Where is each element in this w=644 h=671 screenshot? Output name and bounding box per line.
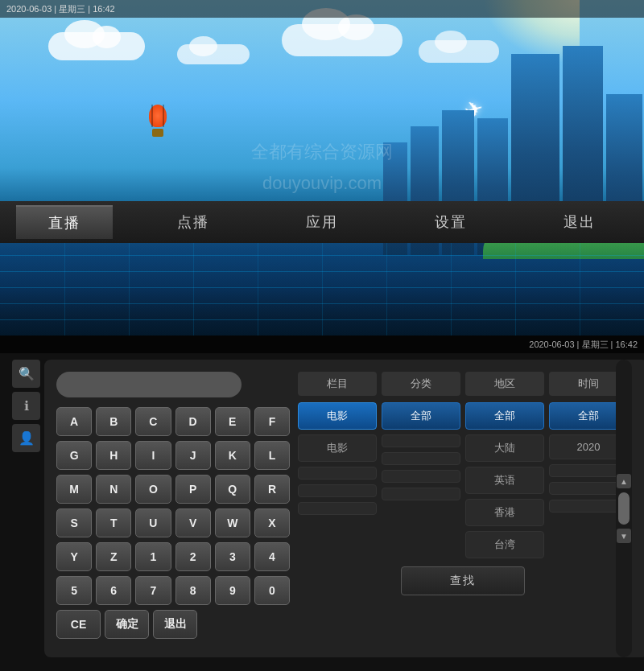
key-3[interactable]: 3 [215, 542, 250, 571]
bottom-section: 2020-06-03 | 星期三 | 16:42 🔍 ℹ 👤 A B C D E… [0, 336, 644, 671]
status-bar-top: 2020-06-03 | 星期三 | 16:42 [0, 0, 644, 18]
scroll-bar: ▲ ▼ [616, 360, 632, 657]
key-B[interactable]: B [96, 407, 131, 436]
key-V[interactable]: V [175, 508, 211, 537]
cloud-1 [48, 32, 145, 60]
filter-item-cat3[interactable] [382, 452, 460, 465]
filter-header-category: 分类 [382, 372, 460, 396]
kb-row-5: Y Z 1 2 3 4 [56, 542, 290, 571]
key-Q[interactable]: Q [215, 475, 250, 504]
search-button[interactable]: 查找 [401, 566, 525, 595]
key-P[interactable]: P [175, 475, 211, 504]
key-K[interactable]: K [215, 441, 250, 470]
key-6[interactable]: 6 [96, 576, 131, 605]
filter-item-cat4[interactable] [382, 470, 460, 483]
key-Z[interactable]: Z [96, 542, 131, 571]
scroll-up-btn[interactable]: ▲ [617, 474, 631, 488]
kb-row-2: G H I J K L [56, 441, 290, 470]
filter-panel: 栏目 分类 地区 时间 电影 电影 全部 [290, 372, 636, 645]
user-icon[interactable]: 👤 [12, 424, 40, 452]
nav-item-apps[interactable]: 应用 [274, 206, 370, 238]
key-7[interactable]: 7 [135, 576, 171, 605]
top-section: 2020-06-03 | 星期三 | 16:42 ✈ [0, 0, 644, 336]
key-N[interactable]: N [96, 475, 131, 504]
keyboard-area: A B C D E F G H I J K L M N O P [44, 360, 644, 657]
key-confirm[interactable]: 确定 [105, 610, 149, 639]
key-H[interactable]: H [96, 441, 131, 470]
filter-col-channel: 电影 电影 [298, 402, 377, 558]
kb-row-6: 5 6 7 8 9 0 [56, 576, 290, 605]
filter-item-c4[interactable] [298, 484, 377, 497]
key-8[interactable]: 8 [175, 576, 211, 605]
filter-item-cat5[interactable] [382, 488, 460, 500]
scroll-thumb[interactable] [618, 492, 630, 525]
filter-col-region: 全部 大陆 英语 香港 台湾 [465, 402, 544, 558]
filter-col-category: 全部 [382, 402, 460, 558]
top-datetime: 2020-06-03 | 星期三 | 16:42 [6, 3, 115, 15]
key-2[interactable]: 2 [175, 542, 211, 571]
balloon-basket [152, 129, 163, 137]
key-exit[interactable]: 退出 [153, 610, 197, 639]
info-icon[interactable]: ℹ [12, 392, 40, 420]
key-X[interactable]: X [254, 508, 290, 537]
key-ce[interactable]: CE [56, 610, 101, 639]
filter-header-region: 地区 [465, 372, 544, 396]
key-G[interactable]: G [56, 441, 92, 470]
hot-air-balloon [149, 105, 167, 127]
key-1[interactable]: 1 [135, 542, 171, 571]
nav-item-exit[interactable]: 退出 [531, 206, 628, 238]
key-M[interactable]: M [56, 475, 92, 504]
key-T[interactable]: T [96, 508, 131, 537]
kb-row-actions: CE 确定 退出 [56, 610, 290, 639]
key-J[interactable]: J [175, 441, 211, 470]
search-btn-container: 查找 [298, 566, 628, 595]
filter-item-hk[interactable]: 香港 [465, 499, 544, 526]
filter-item-movie[interactable]: 电影 [298, 434, 377, 462]
filter-item-c3[interactable] [298, 467, 377, 480]
filter-item-mainland[interactable]: 大陆 [465, 434, 544, 462]
key-A[interactable]: A [56, 407, 92, 436]
key-S[interactable]: S [56, 508, 92, 537]
key-0[interactable]: 0 [254, 576, 290, 605]
balloon-body [149, 105, 167, 127]
search-icon[interactable]: 🔍 [12, 360, 40, 388]
key-C[interactable]: C [135, 407, 171, 436]
status-bar-bottom: 2020-06-03 | 星期三 | 16:42 [0, 336, 644, 353]
filter-columns: 电影 电影 全部 全部 大陆 英语 [298, 402, 628, 558]
key-O[interactable]: O [135, 475, 171, 504]
key-5[interactable]: 5 [56, 576, 92, 605]
filter-item-all-cat[interactable]: 全部 [382, 402, 460, 430]
bottom-datetime: 2020-06-03 | 星期三 | 16:42 [529, 339, 638, 351]
key-F[interactable]: F [254, 407, 290, 436]
key-I[interactable]: I [135, 441, 171, 470]
nav-item-vod[interactable]: 点播 [145, 206, 242, 238]
key-D[interactable]: D [175, 407, 211, 436]
key-R[interactable]: R [254, 475, 290, 504]
nav-item-live[interactable]: 直播 [16, 205, 113, 239]
keyboard-panel: A B C D E F G H I J K L M N O P [56, 372, 290, 645]
key-L[interactable]: L [254, 441, 290, 470]
nav-bar: 直播 点播 应用 设置 退出 [0, 201, 644, 243]
kb-row-4: S T U V W X [56, 508, 290, 537]
filter-item-c5[interactable] [298, 502, 377, 515]
cloud-2 [177, 44, 250, 64]
filter-item-taiwan[interactable]: 台湾 [465, 531, 544, 558]
filter-item-movie-active[interactable]: 电影 [298, 402, 377, 430]
kb-row-1: A B C D E F [56, 407, 290, 436]
search-input[interactable] [56, 372, 242, 397]
scroll-down-btn[interactable]: ▼ [617, 529, 631, 543]
key-4[interactable]: 4 [254, 542, 290, 571]
key-W[interactable]: W [215, 508, 250, 537]
nav-item-settings[interactable]: 设置 [402, 206, 499, 238]
side-icons: 🔍 ℹ 👤 [12, 360, 40, 452]
key-Y[interactable]: Y [56, 542, 92, 571]
filter-item-all-reg[interactable]: 全部 [465, 402, 544, 430]
filter-item-cat2[interactable] [382, 434, 460, 447]
key-9[interactable]: 9 [215, 576, 250, 605]
filter-header: 栏目 分类 地区 时间 [298, 372, 628, 396]
key-U[interactable]: U [135, 508, 171, 537]
kb-row-3: M N O P Q R [56, 475, 290, 504]
filter-header-column: 栏目 [298, 372, 377, 396]
key-E[interactable]: E [215, 407, 250, 436]
filter-item-english[interactable]: 英语 [465, 467, 544, 494]
